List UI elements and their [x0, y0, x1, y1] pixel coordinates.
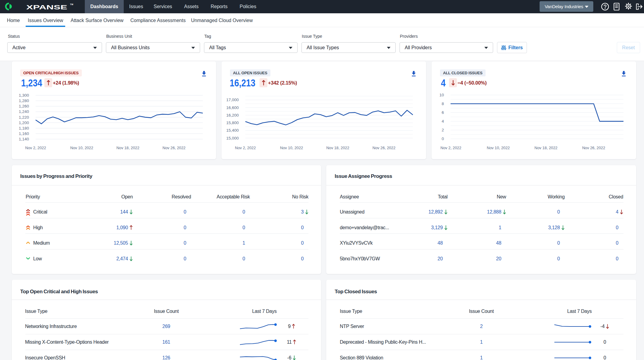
svg-text:16,600: 16,600 — [226, 105, 239, 110]
svg-text:6: 6 — [442, 110, 444, 115]
svg-text:Nov 10, 2022: Nov 10, 2022 — [280, 146, 303, 150]
svg-text:15,000: 15,000 — [226, 136, 239, 140]
svg-text:1,280: 1,280 — [19, 98, 29, 103]
svg-text:Nov 2, 2022: Nov 2, 2022 — [235, 146, 256, 150]
svg-text:Nov 26, 2022: Nov 26, 2022 — [372, 146, 395, 150]
svg-text:17,000: 17,000 — [226, 98, 239, 102]
svg-text:0: 0 — [442, 137, 444, 141]
svg-text:2: 2 — [442, 128, 444, 132]
svg-text:16,200: 16,200 — [226, 113, 239, 117]
svg-text:Nov 10, 2022: Nov 10, 2022 — [70, 146, 93, 150]
svg-text:Nov 26, 2022: Nov 26, 2022 — [163, 146, 186, 150]
svg-text:Nov 10, 2022: Nov 10, 2022 — [487, 146, 510, 150]
svg-text:8: 8 — [442, 101, 444, 106]
svg-text:1,200: 1,200 — [19, 121, 29, 125]
svg-text:Nov 18, 2022: Nov 18, 2022 — [534, 146, 557, 150]
svg-text:4: 4 — [442, 119, 444, 124]
svg-text:1,180: 1,180 — [19, 126, 29, 130]
svg-text:1,260: 1,260 — [19, 104, 29, 108]
svg-text:Nov 18, 2022: Nov 18, 2022 — [326, 146, 349, 150]
svg-text:1,300: 1,300 — [19, 93, 29, 98]
svg-text:10: 10 — [439, 93, 444, 97]
svg-text:1,140: 1,140 — [19, 137, 29, 141]
svg-text:1,240: 1,240 — [19, 109, 29, 114]
svg-text:Nov 18, 2022: Nov 18, 2022 — [116, 146, 139, 150]
svg-text:Nov 26, 2022: Nov 26, 2022 — [582, 146, 605, 150]
svg-text:1,160: 1,160 — [19, 131, 29, 136]
svg-text:Nov 2, 2022: Nov 2, 2022 — [25, 146, 46, 150]
svg-text:15,800: 15,800 — [226, 121, 239, 125]
svg-text:15,400: 15,400 — [226, 128, 239, 133]
svg-text:1,220: 1,220 — [19, 115, 29, 120]
svg-text:Nov 2, 2022: Nov 2, 2022 — [440, 146, 461, 150]
